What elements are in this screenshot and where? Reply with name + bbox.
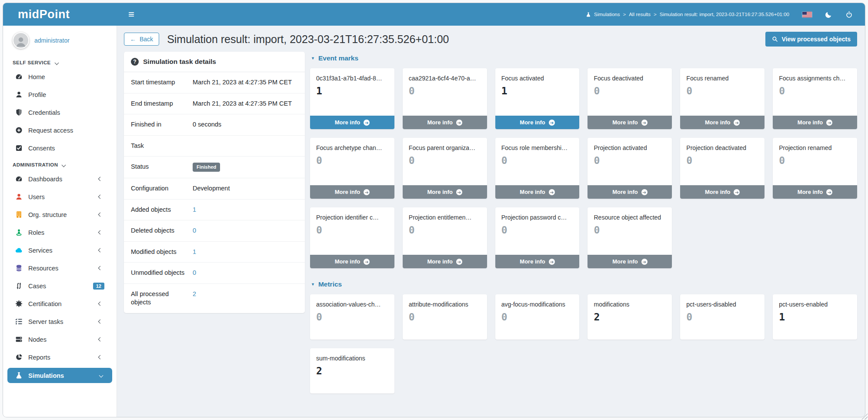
- section-administration[interactable]: ADMINISTRATION: [13, 162, 117, 167]
- event-mark-title: Focus activated: [495, 68, 580, 84]
- sidebar-item-services[interactable]: Services: [3, 243, 117, 257]
- detail-row-added-objects: Added objects1: [124, 200, 305, 221]
- sidebar-item-cases[interactable]: Cases12: [3, 279, 117, 293]
- event-mark-title: Focus role membershi…: [495, 138, 580, 154]
- event-mark-value: 0: [588, 84, 672, 101]
- metric-title: avg-focus-modifications: [495, 294, 580, 310]
- sidebar-item-org-structure[interactable]: Org. structure: [3, 207, 117, 222]
- sidebar-item-profile[interactable]: Profile: [3, 87, 117, 102]
- arrow-circle-right-icon: ➔: [456, 259, 462, 265]
- metric-title: association-values-ch…: [310, 294, 394, 310]
- event-mark-title: Focus archetype chan…: [310, 138, 394, 154]
- arrow-circle-right-icon: ➔: [641, 120, 648, 126]
- details-card-title: Simulation task details: [143, 58, 216, 66]
- event-mark-title: Projection renamed: [773, 138, 857, 154]
- event-mark-value: 0: [403, 84, 487, 101]
- metric-title: attribute-modifications: [403, 294, 487, 310]
- chevron-left-icon: [98, 266, 103, 270]
- chevron-down-icon: [54, 60, 59, 65]
- more-info-button[interactable]: More info ➔: [403, 255, 487, 268]
- event-mark-card: Projection renamed 0 More info ➔: [773, 138, 857, 199]
- metrics-grid: association-values-ch… 0 attribute-modif…: [310, 294, 857, 393]
- event-mark-card: Focus archetype chan… 0 More info ➔: [310, 138, 394, 199]
- more-info-button[interactable]: More info ➔: [495, 185, 580, 199]
- more-info-button[interactable]: More info ➔: [310, 185, 394, 199]
- event-mark-card: Projection password c… 0 More info ➔: [495, 207, 580, 268]
- event-mark-value: 0: [310, 223, 394, 240]
- more-info-button[interactable]: More info ➔: [403, 116, 487, 129]
- detail-row-deleted-objects: Deleted objects0: [124, 220, 305, 242]
- view-processed-objects-button[interactable]: View processed objects: [765, 32, 857, 47]
- event-mark-value: 0: [680, 154, 765, 170]
- metric-card: avg-focus-modifications 0: [495, 294, 580, 340]
- more-info-button[interactable]: More info ➔: [680, 116, 765, 129]
- event-mark-title: Focus parent organiza…: [403, 138, 487, 154]
- arrow-circle-right-icon: ➔: [456, 120, 462, 126]
- sidebar-item-request-access[interactable]: Request access: [3, 123, 117, 137]
- main-content: ←Back Simulation result: import, 2023-03…: [117, 26, 865, 417]
- chevron-left-icon: [98, 195, 103, 199]
- event-mark-card: Projection identifier c… 0 More info ➔: [310, 207, 394, 268]
- sidebar-item-nodes[interactable]: Nodes: [3, 332, 117, 347]
- detail-row-task: Task: [124, 136, 305, 157]
- all-processed-objects-link[interactable]: 2: [193, 290, 196, 297]
- more-info-button[interactable]: More info ➔: [773, 116, 857, 129]
- sidebar-item-roles[interactable]: Roles: [3, 225, 117, 240]
- breadcrumb-simulations[interactable]: Simulations: [594, 12, 620, 17]
- logout-power-icon[interactable]: [845, 11, 853, 18]
- user-name[interactable]: administrator: [34, 37, 70, 44]
- hamburger-menu-icon[interactable]: ≡: [128, 9, 134, 20]
- metric-title: modifications: [588, 294, 672, 310]
- more-info-button[interactable]: More info ➔: [403, 185, 487, 199]
- sidebar-item-dashboards[interactable]: Dashboards: [3, 172, 117, 186]
- more-info-button[interactable]: More info ➔: [588, 185, 672, 199]
- sidebar-item-users[interactable]: Users: [3, 190, 117, 204]
- metric-card: pct-users-enabled 1: [773, 294, 857, 340]
- unmodified-objects-link[interactable]: 0: [193, 269, 196, 276]
- cloud-icon: [15, 247, 23, 254]
- sidebar-item-simulations[interactable]: Simulations: [7, 368, 112, 383]
- event-mark-card: Resource object affected 0 More info ➔: [588, 207, 672, 268]
- event-marks-section-toggle[interactable]: ▼ Event marks: [311, 54, 857, 62]
- modified-objects-link[interactable]: 1: [193, 248, 196, 255]
- locale-flag-us[interactable]: [802, 12, 812, 17]
- metric-value: 0: [403, 310, 487, 327]
- event-mark-value: 0: [403, 223, 487, 240]
- metric-card: attribute-modifications 0: [403, 294, 487, 340]
- sidebar-item-reports[interactable]: Reports: [3, 350, 117, 364]
- metric-value: 0: [495, 310, 580, 327]
- metric-card: pct-users-disabled 0: [680, 294, 765, 340]
- event-mark-value: 0: [588, 223, 672, 240]
- metric-card: sum-modifications 2: [310, 348, 394, 393]
- more-info-button[interactable]: More info ➔: [495, 255, 580, 268]
- metric-title: sum-modifications: [310, 348, 394, 364]
- avatar[interactable]: [13, 32, 29, 49]
- more-info-button[interactable]: More info ➔: [588, 255, 672, 268]
- metric-title: pct-users-enabled: [773, 294, 857, 310]
- event-mark-title: Projection entitlemen…: [403, 207, 487, 223]
- event-mark-title: Focus renamed: [680, 68, 765, 84]
- sidebar-item-credentials[interactable]: Credentials: [3, 105, 117, 120]
- user-panel: administrator: [3, 26, 117, 53]
- database-icon: [15, 264, 23, 272]
- deleted-objects-link[interactable]: 0: [193, 227, 196, 234]
- sidebar-item-resources[interactable]: Resources: [3, 261, 117, 275]
- more-info-button[interactable]: More info ➔: [310, 255, 394, 268]
- breadcrumb-all-results[interactable]: All results: [629, 12, 651, 17]
- sidebar-item-server-tasks[interactable]: Server tasks: [3, 314, 117, 329]
- event-mark-title: caa2921a-6cf4-4e70-a…: [403, 68, 487, 84]
- dark-mode-moon-icon[interactable]: [825, 11, 832, 18]
- more-info-button[interactable]: More info ➔: [310, 116, 394, 129]
- more-info-button[interactable]: More info ➔: [495, 116, 580, 129]
- tasks-list-icon: [15, 318, 23, 325]
- more-info-button[interactable]: More info ➔: [773, 185, 857, 199]
- section-self-service[interactable]: SELF SERVICE: [13, 60, 117, 65]
- more-info-button[interactable]: More info ➔: [680, 185, 765, 199]
- sidebar-item-certification[interactable]: Certification: [3, 297, 117, 311]
- more-info-button[interactable]: More info ➔: [588, 116, 672, 129]
- back-button[interactable]: ←Back: [124, 33, 159, 46]
- added-objects-link[interactable]: 1: [193, 206, 196, 213]
- sidebar-item-consents[interactable]: Consents: [3, 141, 117, 155]
- sidebar-item-home[interactable]: Home: [3, 70, 117, 84]
- metrics-section-toggle[interactable]: ▼ Metrics: [311, 280, 857, 288]
